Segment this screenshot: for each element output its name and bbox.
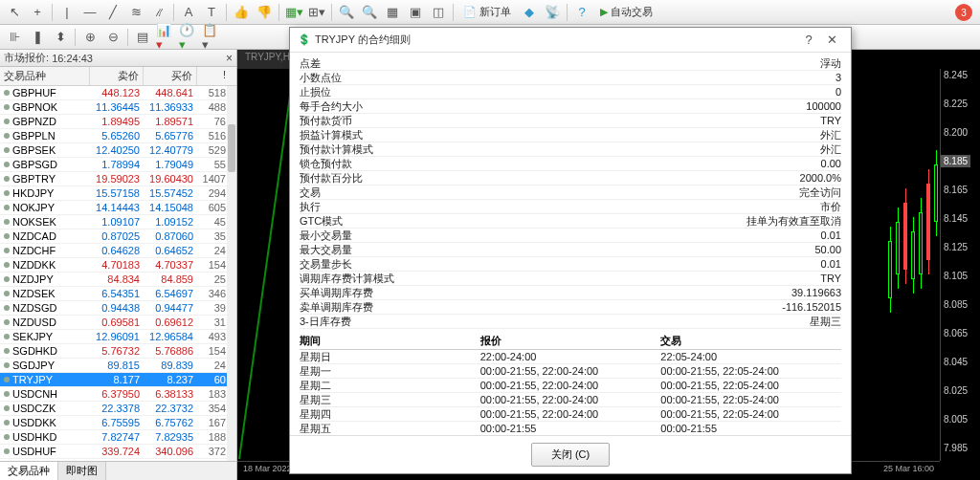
trendline-tool-icon[interactable]: ╱ [102, 2, 123, 23]
symbol-row-GBPNZD[interactable]: GBPNZD1.894951.8957176 [0, 115, 236, 129]
dialog-title: TRYJPY 的合约细则 [315, 33, 797, 47]
symbol-row-USDCZK[interactable]: USDCZK22.337822.3732354 [0, 402, 236, 416]
symbol-row-SGDJPY[interactable]: SGDJPY89.81589.83924 [0, 359, 236, 373]
template-icon[interactable]: 📋▾ [201, 27, 222, 48]
session-row: 星期四00:00-21:55, 22:00-24:0000:00-21:55, … [300, 407, 841, 422]
bar-chart-icon[interactable]: ⊪ [4, 27, 25, 48]
session-header: 期间报价交易 [300, 333, 841, 350]
channel-tool-icon[interactable]: ≋ [125, 2, 146, 23]
symbol-row-USDCNH[interactable]: USDCNH6.379506.38133183 [0, 387, 236, 402]
zoom-in2-icon[interactable]: ⊕ [79, 27, 100, 48]
symbol-row-SEKJPY[interactable]: SEKJPY12.9609112.96584493 [0, 330, 236, 344]
mql-icon[interactable]: ◆ [519, 2, 540, 23]
market-watch-tabs: 交易品种 即时图 [0, 461, 236, 480]
scrollbar[interactable] [227, 86, 236, 461]
contract-spec-dialog: 💲 TRYJPY 的合约细则 ? ✕ 点差浮动小数点位3止损位0每手合约大小10… [289, 27, 852, 474]
symbol-row-NZDSGD[interactable]: NZDSGD0.944380.9447739 [0, 301, 236, 316]
cascade-icon[interactable]: ▣ [405, 2, 426, 23]
cursor-tool-icon[interactable]: ↖ [4, 2, 25, 23]
status-dot-icon [4, 147, 10, 153]
prop-row: 买单调期库存费39.119663 [300, 286, 841, 300]
dialog-help-icon[interactable]: ? [797, 33, 820, 47]
symbol-row-GBPSEK[interactable]: GBPSEK12.4025012.40779529 [0, 143, 236, 158]
tab-symbols[interactable]: 交易品种 [0, 462, 58, 480]
status-dot-icon [4, 104, 10, 110]
fibo-tool-icon[interactable]: ⫽ [148, 2, 169, 23]
tile-windows-icon[interactable]: ▤ [132, 27, 153, 48]
prop-row: 卖单调期库存费-116.152015 [300, 300, 841, 315]
market-watch-rows: GBPHUF448.123448.641518GBPNOK11.3644511.… [0, 86, 236, 461]
symbol-row-USDHUF[interactable]: USDHUF339.724340.096372 [0, 445, 236, 459]
periods-icon[interactable]: 🕐▾ [178, 27, 199, 48]
dollar-icon: 💲 [298, 33, 311, 46]
symbol-row-USDHKD[interactable]: USDHKD7.827477.82935188 [0, 430, 236, 445]
tile-icon[interactable]: ▦ [382, 2, 403, 23]
prop-row: 预付款计算模式外汇 [300, 142, 841, 157]
status-dot-icon [4, 319, 10, 325]
status-dot-icon [4, 162, 10, 167]
symbol-row-NZDSEK[interactable]: NZDSEK6.543516.54697346 [0, 287, 236, 301]
status-dot-icon [4, 291, 10, 296]
symbol-row-NZDJPY[interactable]: NZDJPY84.83484.85925 [0, 273, 236, 287]
status-dot-icon [4, 176, 10, 182]
session-row: 星期日22:00-24:0022:05-24:00 [300, 350, 841, 364]
dialog-close-icon[interactable]: ✕ [820, 33, 843, 47]
line-chart-icon[interactable]: ⬍ [50, 27, 71, 48]
prop-row: 点差浮动 [300, 56, 841, 71]
close-button[interactable]: 关闭 (C) [531, 443, 610, 467]
status-dot-icon [4, 391, 10, 397]
session-row: 星期一00:00-21:55, 22:00-24:0000:00-21:55, … [300, 364, 841, 379]
zoom-out2-icon[interactable]: ⊖ [102, 27, 123, 48]
templates-icon[interactable]: ⊞▾ [306, 2, 327, 23]
auto-trade-button[interactable]: ▶自动交易 [594, 5, 658, 19]
symbol-row-TRYJPY[interactable]: TRYJPY8.1778.23760 [0, 373, 236, 387]
notification-badge[interactable]: 3 [955, 4, 972, 21]
symbol-row-GBPPLN[interactable]: GBPPLN5.652605.65776516 [0, 129, 236, 143]
prop-row: 损益计算模式外汇 [300, 128, 841, 142]
signals-icon[interactable]: 📡 [542, 2, 563, 23]
symbol-row-NZDUSD[interactable]: NZDUSD0.695810.6961231 [0, 316, 236, 330]
status-dot-icon [4, 448, 10, 454]
prop-row: 调期库存费计算模式TRY [300, 272, 841, 286]
scrollbar-thumb[interactable] [228, 124, 235, 172]
chart-plus-icon[interactable]: ▦▾ [283, 2, 304, 23]
symbol-row-GBPHUF[interactable]: GBPHUF448.123448.641518 [0, 86, 236, 100]
candle-chart-icon[interactable]: ❚ [27, 27, 48, 48]
prop-row: 止损位0 [300, 85, 841, 99]
prop-row: 交易完全访问 [300, 185, 841, 200]
zoom-in-icon[interactable]: 🔍 [359, 2, 380, 23]
status-dot-icon [4, 190, 10, 196]
vline-tool-icon[interactable]: | [56, 2, 78, 23]
symbol-row-USDDKK[interactable]: USDDKK6.755956.75762167 [0, 416, 236, 430]
prop-row: 预付款百分比2000.0% [300, 171, 841, 185]
symbol-row-NZDCAD[interactable]: NZDCAD0.870250.8706035 [0, 229, 236, 244]
symbol-row-NZDCHF[interactable]: NZDCHF0.646280.6465224 [0, 244, 236, 258]
dialog-footer: 关闭 (C) [290, 435, 851, 473]
tab-tick-chart[interactable]: 即时图 [58, 462, 106, 480]
thumbs-down-icon[interactable]: 👎 [254, 2, 275, 23]
hline-tool-icon[interactable]: — [79, 2, 100, 23]
status-dot-icon [4, 262, 10, 268]
symbol-row-GBPSGD[interactable]: GBPSGD1.789941.7904955 [0, 158, 236, 172]
arrange-icon[interactable]: ◫ [428, 2, 449, 23]
symbol-row-SGDHKD[interactable]: SGDHKD5.767325.76886154 [0, 344, 236, 359]
zoom-out-icon[interactable]: 🔍 [336, 2, 357, 23]
indicators-icon[interactable]: 📊▾ [155, 27, 176, 48]
dialog-titlebar: 💲 TRYJPY 的合约细则 ? ✕ [290, 28, 851, 53]
symbol-row-NOKJPY[interactable]: NOKJPY14.1444314.15048605 [0, 201, 236, 215]
new-order-button[interactable]: 📄新订单 [457, 5, 517, 19]
thumbs-up-icon[interactable]: 👍 [231, 2, 252, 23]
status-dot-icon [4, 133, 10, 139]
status-dot-icon [4, 334, 10, 339]
symbol-row-GBPTRY[interactable]: GBPTRY19.5902319.604301407 [0, 172, 236, 186]
symbol-row-NZDDKK[interactable]: NZDDKK4.701834.70337154 [0, 258, 236, 273]
close-panel-icon[interactable]: × [226, 52, 233, 65]
symbol-row-GBPNOK[interactable]: GBPNOK11.3644511.36933488 [0, 100, 236, 115]
help-icon[interactable]: ? [571, 2, 592, 23]
symbol-row-HKDJPY[interactable]: HKDJPY15.5715815.57452294 [0, 186, 236, 201]
label-tool-icon[interactable]: T [201, 2, 222, 23]
text-tool-icon[interactable]: A [178, 2, 199, 23]
crosshair-tool-icon[interactable]: + [27, 2, 48, 23]
chart-price-axis: 8.2458.2258.2008.1858.1658.1458.1258.105… [940, 69, 980, 461]
symbol-row-NOKSEK[interactable]: NOKSEK1.091071.0915245 [0, 215, 236, 229]
